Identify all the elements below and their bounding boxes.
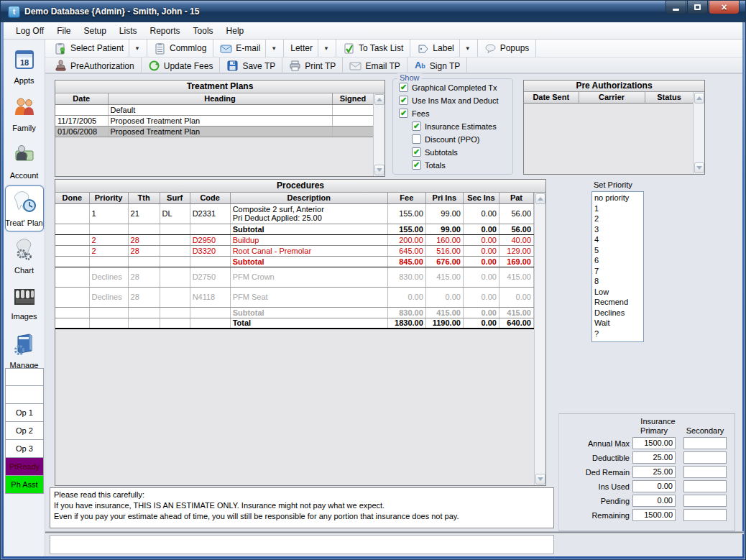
priority-option-1[interactable]: 1 bbox=[594, 203, 643, 214]
insurance-secondary-field[interactable] bbox=[683, 480, 727, 492]
procedure-row[interactable]: Subtotal830.00415.000.00415.00 bbox=[55, 307, 534, 318]
show-option-subtotals[interactable]: ✔Subtotals bbox=[412, 147, 512, 157]
operatory-button-op-2[interactable]: Op 2 bbox=[5, 422, 44, 440]
column-header-status[interactable]: Status bbox=[645, 92, 693, 103]
priority-option-8[interactable]: 8 bbox=[594, 276, 643, 287]
procedure-row[interactable]: Total1830.001190.000.00640.00 bbox=[55, 318, 534, 329]
toolbar-button-update-fees[interactable]: Update Fees bbox=[142, 58, 221, 74]
show-option-insurance-estimates[interactable]: ✔Insurance Estimates bbox=[412, 121, 512, 131]
column-header-carrier[interactable]: Carrier bbox=[579, 92, 645, 103]
menu-item-lists[interactable]: Lists bbox=[113, 24, 144, 38]
procedures-scrollbar[interactable] bbox=[534, 193, 545, 485]
column-header-date-sent[interactable]: Date Sent bbox=[524, 92, 579, 103]
priority-option-declines[interactable]: Declines bbox=[594, 308, 643, 318]
toolbar-button-popups[interactable]: Popups bbox=[478, 40, 537, 57]
column-header-heading[interactable]: Heading bbox=[108, 93, 332, 104]
checkbox-checked-icon[interactable]: ✔ bbox=[412, 121, 421, 131]
toolbar-button-letter[interactable]: Letter▼ bbox=[284, 40, 336, 57]
priority-option-4[interactable]: 4 bbox=[594, 234, 643, 245]
menu-item-log-off[interactable]: Log Off bbox=[9, 24, 50, 38]
insurance-primary-field[interactable]: 1500.00 bbox=[632, 509, 676, 521]
procedure-row[interactable]: 228D2950Buildup200.00160.000.0040.00 bbox=[55, 234, 534, 245]
toolbar-button-to-task-list[interactable]: To Task List bbox=[336, 40, 410, 57]
priority-option-5[interactable]: 5 bbox=[594, 245, 643, 256]
menu-item-help[interactable]: Help bbox=[220, 24, 251, 38]
panel-splitter[interactable] bbox=[45, 531, 744, 534]
insurance-primary-field[interactable]: 0.00 bbox=[632, 495, 676, 507]
priority-option-no-priority[interactable]: no priority bbox=[594, 193, 643, 203]
column-header-fee[interactable]: Fee bbox=[387, 193, 425, 203]
chevron-down-icon[interactable]: ▼ bbox=[318, 40, 329, 57]
checkbox-unchecked-icon[interactable] bbox=[412, 134, 421, 144]
toolbar-button-print-tp[interactable]: Print TP bbox=[282, 58, 343, 74]
operatory-button-ptready[interactable]: PtReady bbox=[5, 458, 44, 476]
priority-option-2[interactable]: 2 bbox=[594, 214, 643, 224]
checkbox-checked-icon[interactable]: ✔ bbox=[412, 160, 421, 170]
column-header-date[interactable]: Date bbox=[55, 93, 108, 104]
show-option-discount-ppo[interactable]: Discount (PPO) bbox=[412, 134, 512, 144]
insurance-secondary-field[interactable] bbox=[683, 509, 727, 521]
priority-option-3[interactable]: 3 bbox=[594, 224, 643, 235]
toolbar-button-commlog[interactable]: Commlog bbox=[147, 40, 213, 57]
procedure-row[interactable]: Declines28N4118PFM Seat0.000.000.000.00 bbox=[55, 287, 534, 307]
column-header-done[interactable]: Done bbox=[55, 193, 89, 203]
treatment-plans-scrollbar[interactable] bbox=[373, 93, 384, 176]
toolbar-button-sign-tp[interactable]: AbSign TP bbox=[407, 58, 467, 74]
note-entry-box[interactable] bbox=[50, 535, 554, 554]
column-header-description[interactable]: Description bbox=[230, 193, 387, 203]
toolbar-button-email-tp[interactable]: Email TP bbox=[343, 58, 407, 74]
column-header-signed[interactable]: Signed bbox=[332, 93, 373, 104]
operatory-button-op-3[interactable]: Op 3 bbox=[5, 440, 44, 458]
column-header-sec-ins[interactable]: Sec Ins bbox=[463, 193, 499, 203]
sidebar-module-family[interactable]: Family bbox=[5, 91, 44, 137]
priority-option-wait[interactable]: Wait bbox=[594, 318, 643, 329]
preauthorizations-scrollbar[interactable] bbox=[693, 92, 704, 174]
insurance-primary-field[interactable]: 0.00 bbox=[632, 480, 676, 492]
treatment-plan-row[interactable]: 01/06/2008Proposed Treatment Plan bbox=[55, 126, 373, 137]
operatory-button-ph-asst[interactable]: Ph Asst bbox=[5, 476, 44, 494]
operatory-button-op-1[interactable]: Op 1 bbox=[5, 404, 44, 422]
procedure-row[interactable]: Subtotal155.0099.000.0056.00 bbox=[55, 224, 534, 234]
column-header-priority[interactable]: Priority bbox=[89, 193, 128, 203]
scroll-down-icon[interactable] bbox=[374, 165, 384, 175]
insurance-secondary-field[interactable] bbox=[683, 466, 727, 478]
procedure-row[interactable]: 121DLD2331Composite 2 surf, AnteriorPri … bbox=[55, 203, 534, 224]
priority-option-6[interactable]: 6 bbox=[594, 255, 643, 266]
set-priority-list[interactable]: no priority12345678LowRecmendDeclinesWai… bbox=[591, 191, 644, 342]
treatment-plan-row[interactable]: 11/17/2005Proposed Treatment Plan bbox=[55, 115, 373, 126]
priority-option-7[interactable]: 7 bbox=[594, 266, 643, 277]
chevron-down-icon[interactable]: ▼ bbox=[129, 40, 140, 57]
sidebar-module-images[interactable]: Images bbox=[5, 280, 44, 326]
sidebar-module-account[interactable]: Account bbox=[5, 138, 44, 184]
insurance-secondary-field[interactable] bbox=[683, 437, 727, 449]
column-header-code[interactable]: Code bbox=[190, 193, 230, 203]
procedure-row[interactable]: Declines28D2750PFM Crown830.00415.000.00… bbox=[55, 267, 534, 287]
chevron-down-icon[interactable]: ▼ bbox=[459, 40, 471, 57]
scroll-down-icon[interactable] bbox=[535, 474, 545, 485]
checkbox-checked-icon[interactable]: ✔ bbox=[399, 96, 408, 105]
operatory-button-blank[interactable] bbox=[5, 386, 44, 404]
column-header-pat[interactable]: Pat bbox=[499, 193, 533, 203]
priority-option-low[interactable]: Low bbox=[594, 287, 643, 298]
sidebar-module-chart[interactable]: Chart bbox=[5, 233, 44, 279]
insurance-primary-field[interactable]: 1500.00 bbox=[632, 437, 676, 449]
menu-item-reports[interactable]: Reports bbox=[144, 24, 187, 38]
treatment-plan-row[interactable]: Default bbox=[55, 104, 373, 115]
priority-option-[interactable]: ? bbox=[594, 329, 643, 339]
toolbar-button-select-patient[interactable]: Select Patient▼ bbox=[48, 40, 147, 57]
menu-item-setup[interactable]: Setup bbox=[77, 24, 112, 38]
scroll-down-icon[interactable] bbox=[694, 162, 704, 173]
operatory-button-blank[interactable] bbox=[5, 368, 44, 386]
scroll-up-icon[interactable] bbox=[535, 193, 545, 204]
priority-option-recmend[interactable]: Recmend bbox=[594, 297, 643, 308]
chevron-down-icon[interactable]: ▼ bbox=[265, 40, 277, 57]
insurance-secondary-field[interactable] bbox=[683, 495, 727, 507]
show-option-graphical-completed-tx[interactable]: ✔Graphical Completed Tx bbox=[399, 83, 512, 92]
show-option-fees[interactable]: ✔Fees bbox=[399, 109, 512, 118]
menu-item-tools[interactable]: Tools bbox=[187, 24, 220, 38]
scroll-up-icon[interactable] bbox=[694, 93, 704, 104]
insurance-primary-field[interactable]: 25.00 bbox=[632, 451, 676, 464]
procedure-row[interactable]: 228D3320Root Canal - Premolar645.00516.0… bbox=[55, 245, 534, 256]
column-header-tth[interactable]: Tth bbox=[128, 193, 160, 203]
scroll-up-icon[interactable] bbox=[374, 94, 384, 105]
